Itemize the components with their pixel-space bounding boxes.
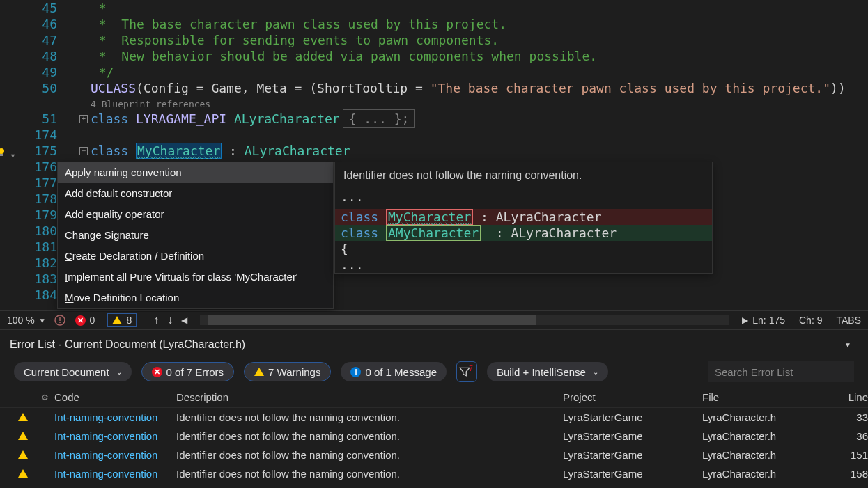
col-header-description[interactable]: Description bbox=[176, 391, 563, 403]
error-code-link[interactable]: Int-naming-convention bbox=[54, 468, 157, 480]
diff-removed-line: class MyCharacter : ALyraCharacter bbox=[335, 209, 712, 225]
code-editor[interactable]: 45 46 47 48 49 50 51 174 175 176 177 178… bbox=[0, 0, 868, 312]
error-row[interactable]: Int-naming-convention Identifier does no… bbox=[0, 408, 868, 427]
error-row[interactable]: Int-naming-convention Identifier does no… bbox=[0, 427, 868, 446]
errors-filter[interactable]: ✕0 of 7 Errors bbox=[141, 362, 235, 381]
quickfix-change-signature[interactable]: Change Signature bbox=[58, 225, 333, 246]
messages-filter[interactable]: i0 of 1 Message bbox=[341, 362, 447, 381]
preview-message: Identifier does not follow the naming co… bbox=[335, 162, 712, 189]
warning-icon bbox=[18, 432, 28, 440]
quickfix-add-default-ctor[interactable]: Add default constructor bbox=[58, 183, 333, 204]
identifier-with-warning[interactable]: MyCharacter bbox=[136, 143, 222, 159]
warning-icon bbox=[18, 413, 28, 421]
warnings-count[interactable]: 8 bbox=[107, 313, 137, 327]
error-code-link[interactable]: Int-naming-convention bbox=[54, 430, 157, 442]
error-code-link[interactable]: Int-naming-convention bbox=[54, 411, 157, 423]
error-row[interactable]: Int-naming-convention Identifier does no… bbox=[0, 464, 868, 483]
error-list-title: Error List - Current Document (LyraChara… bbox=[0, 334, 868, 356]
quickfix-preview: Identifier does not follow the naming co… bbox=[334, 162, 713, 274]
collapsed-block[interactable]: { ... }; bbox=[343, 109, 416, 128]
code-text[interactable]: * * The base character pawn class used b… bbox=[63, 0, 868, 159]
svg-point-0 bbox=[0, 148, 4, 154]
error-list-toolbar: Current Document⌄ ✕0 of 7 Errors 7 Warni… bbox=[0, 356, 868, 387]
error-list-grid: ⚙ Code Description Project File Line Int… bbox=[0, 387, 868, 483]
zoom-dropdown-icon[interactable]: ▼ bbox=[39, 317, 46, 324]
cursor-col[interactable]: Ch: 9 bbox=[799, 315, 822, 326]
editor-status-bar: 100 % ▼ ✕0 8 ↑ ↓ ◀ ▶ Ln: 175 Ch: 9 TABS bbox=[0, 310, 868, 330]
scroll-left-icon[interactable]: ◀ bbox=[181, 315, 187, 325]
nav-down-icon[interactable]: ↓ bbox=[167, 314, 173, 326]
search-input[interactable]: Search Error List bbox=[708, 361, 854, 382]
fold-minus-icon[interactable]: − bbox=[79, 147, 88, 155]
quickfix-create-decl-def[interactable]: Create Declaration / Definition bbox=[58, 246, 333, 267]
error-row[interactable]: Int-naming-convention Identifier does no… bbox=[0, 446, 868, 464]
quickfix-move-definition[interactable]: Move Definition Location bbox=[58, 288, 333, 308]
lightbulb-icon[interactable] bbox=[0, 147, 8, 159]
horizontal-scrollbar[interactable] bbox=[200, 315, 729, 325]
zoom-level[interactable]: 100 % bbox=[7, 315, 35, 326]
warnings-filter[interactable]: 7 Warnings bbox=[244, 362, 331, 381]
quickfix-apply-naming[interactable]: Apply naming convention bbox=[58, 162, 333, 183]
health-icon[interactable] bbox=[54, 315, 65, 326]
errors-count[interactable]: ✕0 bbox=[75, 315, 95, 326]
indent-mode[interactable]: TABS bbox=[836, 315, 861, 326]
error-code-link[interactable]: Int-naming-convention bbox=[54, 449, 157, 461]
scope-dropdown[interactable]: Current Document⌄ bbox=[14, 362, 132, 381]
build-source-dropdown[interactable]: Build + IntelliSense⌄ bbox=[487, 362, 608, 381]
fold-plus-icon[interactable]: + bbox=[79, 115, 88, 123]
col-header-line[interactable]: Line bbox=[840, 391, 868, 403]
scroll-right-icon[interactable]: ▶ bbox=[742, 315, 748, 325]
nav-up-icon[interactable]: ↑ bbox=[153, 314, 159, 326]
cursor-line[interactable]: Ln: 175 bbox=[752, 315, 785, 326]
col-header-code[interactable]: Code bbox=[54, 391, 176, 403]
column-settings-icon[interactable]: ⚙ bbox=[35, 393, 54, 402]
codelens-reference[interactable]: 4 Blueprint references bbox=[63, 96, 868, 111]
diff-added-line: class AMyCharacter : ALyraCharacter bbox=[335, 225, 712, 241]
grid-header[interactable]: ⚙ Code Description Project File Line bbox=[0, 387, 868, 408]
warning-icon bbox=[18, 450, 28, 459]
panel-menu-icon[interactable]: ▼ bbox=[844, 341, 851, 349]
lightbulb-dropdown-icon[interactable]: ▼ bbox=[10, 152, 16, 159]
quickfix-implement-virtuals[interactable]: Implement all Pure Virtuals for class 'M… bbox=[58, 267, 333, 288]
col-header-project[interactable]: Project bbox=[563, 391, 702, 403]
quickfix-menu: Apply naming convention Add default cons… bbox=[57, 162, 334, 309]
warning-icon bbox=[18, 469, 28, 478]
quickfix-add-equality[interactable]: Add equality operator bbox=[58, 204, 333, 225]
svg-rect-1 bbox=[0, 154, 3, 156]
col-header-file[interactable]: File bbox=[702, 391, 840, 403]
filter-button[interactable]: 7 bbox=[456, 361, 477, 382]
